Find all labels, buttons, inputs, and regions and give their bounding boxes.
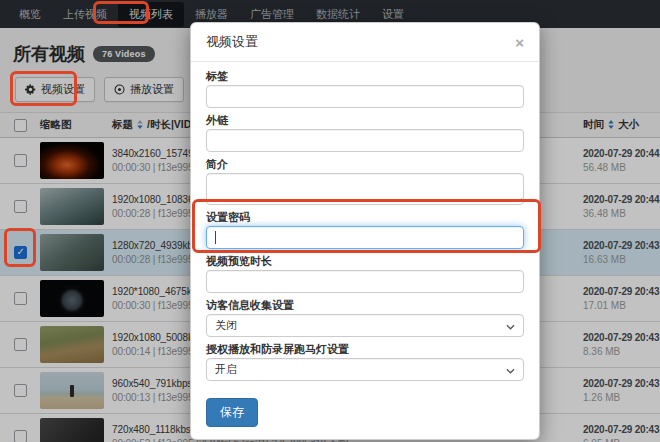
- visitor-info-value: 关闭: [215, 318, 237, 333]
- preview-duration-input[interactable]: [206, 270, 524, 293]
- visitor-info-select[interactable]: 关闭: [206, 314, 524, 337]
- modal-body: 标签 外链 简介 设置密码 视频预览时长 访客信息收集设置 关闭: [191, 62, 539, 439]
- modal-header: 视频设置 ×: [191, 23, 539, 62]
- chevron-down-icon: [506, 320, 515, 332]
- external-link-input[interactable]: [206, 129, 524, 152]
- tags-input[interactable]: [206, 85, 524, 108]
- modal-title: 视频设置: [206, 33, 258, 51]
- description-label: 简介: [206, 158, 524, 170]
- tags-label: 标签: [206, 70, 524, 82]
- drm-marquee-select[interactable]: 开启: [206, 358, 524, 381]
- description-textarea[interactable]: [206, 173, 524, 205]
- preview-duration-label: 视频预览时长: [206, 255, 524, 267]
- drm-marquee-label: 授权播放和防录屏跑马灯设置: [206, 343, 524, 355]
- visitor-info-label: 访客信息收集设置: [206, 299, 524, 311]
- close-icon[interactable]: ×: [515, 35, 524, 50]
- drm-marquee-value: 开启: [215, 362, 237, 377]
- set-password-input[interactable]: [206, 226, 524, 249]
- video-settings-modal: 视频设置 × 标签 外链 简介 设置密码 视频预览时长 访客信息收集设置 关闭: [190, 22, 540, 440]
- chevron-down-icon: [506, 364, 515, 376]
- set-password-label: 设置密码: [206, 211, 524, 223]
- external-link-label: 外链: [206, 114, 524, 126]
- text-caret: [215, 231, 216, 244]
- save-button[interactable]: 保存: [206, 398, 258, 427]
